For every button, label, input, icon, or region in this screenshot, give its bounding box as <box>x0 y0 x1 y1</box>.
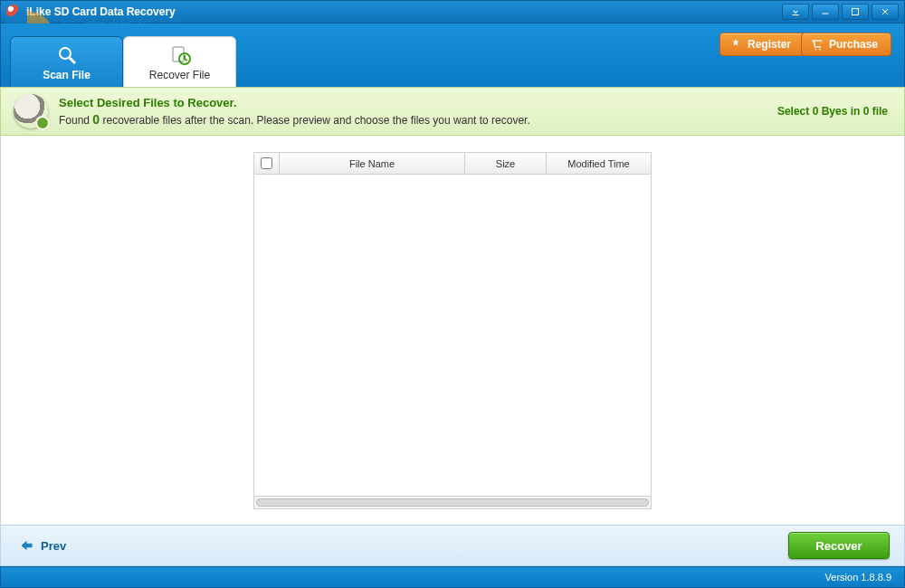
tab-scan-label: Scan File <box>43 69 90 81</box>
column-size[interactable]: Size <box>465 153 547 175</box>
select-all-checkbox[interactable] <box>261 157 272 169</box>
app-icon <box>6 5 21 19</box>
banner-found-count: 0 <box>92 112 100 127</box>
prev-label: Prev <box>41 539 66 553</box>
magnifier-icon <box>53 43 81 67</box>
register-icon <box>729 38 742 51</box>
column-checkbox <box>254 153 280 175</box>
maximize-button[interactable] <box>842 4 869 20</box>
minimize-button[interactable] <box>812 4 839 20</box>
download-button[interactable] <box>782 4 809 20</box>
register-button[interactable]: Register <box>719 33 805 56</box>
close-icon <box>880 6 891 17</box>
svg-line-3 <box>70 58 75 63</box>
column-modified-time[interactable]: Modified Time <box>547 153 651 175</box>
disk-refresh-icon <box>14 94 48 128</box>
bottom-bar: Prev Recover <box>0 525 905 566</box>
banner-title: Select Desired Files to Recover. <box>59 96 530 109</box>
main-area: File Name Size Modified Time <box>0 136 905 525</box>
tabs: Scan File Recover File <box>1 36 236 87</box>
banner-found-prefix: Found <box>59 114 92 127</box>
close-button[interactable] <box>872 4 899 20</box>
arrow-left-icon <box>15 537 35 554</box>
recover-icon <box>167 43 194 67</box>
prev-button[interactable]: Prev <box>15 537 66 554</box>
banner-found-suffix: recoverable files after the scan. Please… <box>100 114 530 127</box>
column-filename[interactable]: File Name <box>280 153 465 175</box>
download-icon <box>790 6 801 17</box>
app-title: iLike SD Card Data Recovery <box>26 5 176 18</box>
banner-subtitle: Found 0 recoverable files after the scan… <box>59 112 530 127</box>
maximize-icon <box>850 6 861 17</box>
tab-recover-label: Recover File <box>149 69 210 81</box>
file-list-panel: File Name Size Modified Time <box>253 152 652 509</box>
horizontal-scrollbar[interactable] <box>254 496 651 508</box>
header: Register Purchase Scan File <box>0 24 905 87</box>
register-label: Register <box>748 38 791 51</box>
selection-summary: Select 0 Byes in 0 file <box>777 105 888 118</box>
svg-point-2 <box>60 48 71 59</box>
file-list-body[interactable] <box>254 175 651 496</box>
svg-rect-1 <box>853 9 859 15</box>
titlebar: iLike SD Card Data Recovery <box>0 0 905 24</box>
purchase-label: Purchase <box>829 38 878 51</box>
footer: Version 1.8.8.9 <box>0 566 905 588</box>
cart-icon <box>811 38 824 51</box>
recover-button[interactable]: Recover <box>788 532 890 559</box>
file-list-header: File Name Size Modified Time <box>254 153 651 175</box>
svg-rect-0 <box>823 14 829 14</box>
tab-scan-file[interactable]: Scan File <box>10 36 123 87</box>
scrollbar-thumb[interactable] <box>256 498 649 507</box>
minimize-icon <box>820 6 831 17</box>
tab-recover-file[interactable]: Recover File <box>123 36 236 87</box>
version-label: Version 1.8.8.9 <box>825 572 891 583</box>
purchase-button[interactable]: Purchase <box>801 33 891 56</box>
status-banner: Select Desired Files to Recover. Found 0… <box>0 87 905 136</box>
